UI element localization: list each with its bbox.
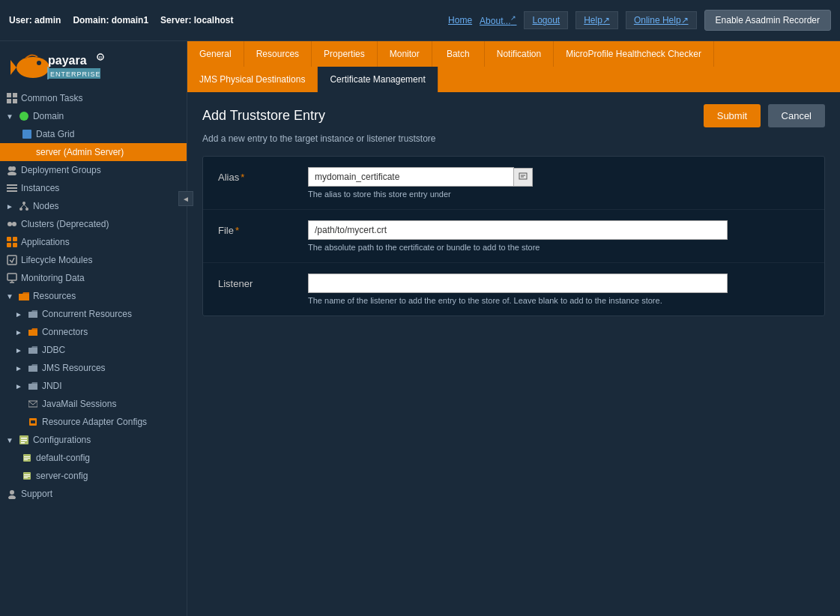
svg-rect-21 xyxy=(7,190,17,192)
server-info-item: Server: localhost xyxy=(160,15,233,25)
svg-rect-47 xyxy=(24,459,28,460)
sidebar-item-connectors[interactable]: ► Connectors xyxy=(0,323,187,341)
adapter-icon xyxy=(27,416,39,428)
sidebar-item-configurations[interactable]: ▼ Configurations xyxy=(0,431,187,449)
form-row-file: File* The absolute path to the certifica… xyxy=(203,210,824,263)
page-content: Add Truststore Entry Submit Cancel Add a… xyxy=(187,92,840,616)
content-area: General Resources Properties Monitor Bat… xyxy=(187,41,840,616)
main-layout: payara R ENTERPRISE Common Tasks ▼ Domai… xyxy=(0,41,840,616)
sidebar-label: Data Grid xyxy=(36,129,74,139)
sidebar-item-javamail[interactable]: JavaMail Sessions xyxy=(0,395,187,413)
tab-general[interactable]: General xyxy=(187,41,244,67)
sidebar-item-common-tasks[interactable]: Common Tasks xyxy=(0,89,187,107)
svg-rect-15 xyxy=(22,148,31,157)
tab-properties[interactable]: Properties xyxy=(312,41,378,67)
sidebar-label: Connectors xyxy=(42,327,88,337)
file-input[interactable] xyxy=(308,220,728,240)
cluster-icon xyxy=(6,218,18,230)
svg-point-24 xyxy=(25,208,28,211)
alias-input[interactable] xyxy=(308,167,514,187)
sidebar-item-jndi[interactable]: ► JNDI xyxy=(0,377,187,395)
arrow-icon: ▼ xyxy=(6,436,13,444)
svg-rect-33 xyxy=(7,256,16,265)
config-icon xyxy=(18,434,30,446)
svg-point-53 xyxy=(8,495,16,499)
square-orange-icon xyxy=(21,146,33,158)
sidebar-item-jdbc[interactable]: ► JDBC xyxy=(0,341,187,359)
sidebar-item-concurrent[interactable]: ► Concurrent Resources xyxy=(0,305,187,323)
cancel-button[interactable]: Cancel xyxy=(768,104,825,127)
action-buttons: Submit Cancel xyxy=(704,104,825,127)
tab-jms-physical[interactable]: JMS Physical Destinations xyxy=(187,67,318,92)
about-link[interactable]: About...↗ xyxy=(480,14,516,26)
alias-file-button[interactable] xyxy=(514,168,533,187)
sidebar-label: Domain xyxy=(33,111,64,121)
circle-green-icon xyxy=(18,110,30,122)
sidebar-item-resource-adapter[interactable]: Resource Adapter Configs xyxy=(0,413,187,431)
file-label: File* xyxy=(218,220,308,236)
sidebar-item-support[interactable]: Support xyxy=(0,485,187,503)
lifecycle-icon xyxy=(6,254,18,266)
sidebar-label: Lifecycle Modules xyxy=(21,255,92,265)
tab-notification[interactable]: Notification xyxy=(485,41,554,67)
sidebar-item-applications[interactable]: Applications xyxy=(0,233,187,251)
sidebar-label: Monitoring Data xyxy=(21,273,85,283)
sidebar-label: JMS Resources xyxy=(42,363,106,373)
svg-point-52 xyxy=(10,490,14,495)
sidebar-label: Applications xyxy=(21,237,70,247)
home-link[interactable]: Home xyxy=(448,15,472,25)
tab-microprofile[interactable]: MicroProfile Healthcheck Checker xyxy=(554,41,714,67)
sidebar-item-lifecycle[interactable]: Lifecycle Modules xyxy=(0,251,187,269)
submit-button[interactable]: Submit xyxy=(704,104,761,127)
svg-point-0 xyxy=(16,57,49,78)
sidebar-label: Instances xyxy=(21,183,59,193)
listener-label: Listener xyxy=(218,274,308,289)
file-field: The absolute path to the certificate or … xyxy=(308,220,809,252)
page-header: Add Truststore Entry Submit Cancel xyxy=(202,104,825,127)
svg-rect-51 xyxy=(24,477,28,478)
square-blue-icon xyxy=(21,128,33,140)
form-row-alias: Alias* The alias to store this store ent… xyxy=(203,157,824,210)
svg-rect-10 xyxy=(13,93,17,97)
sidebar: payara R ENTERPRISE Common Tasks ▼ Domai… xyxy=(0,41,187,616)
sidebar-item-clusters[interactable]: Clusters (Deprecated) xyxy=(0,215,187,233)
asadmin-recorder-button[interactable]: Enable Asadmin Recorder xyxy=(704,10,831,31)
svg-point-28 xyxy=(12,222,16,226)
svg-text:ENTERPRISE: ENTERPRISE xyxy=(50,70,101,78)
svg-rect-46 xyxy=(24,458,30,459)
sidebar-item-data-grid[interactable]: Data Grid xyxy=(0,125,187,143)
folder-jms-icon xyxy=(27,362,39,374)
sidebar-label: default-config xyxy=(36,453,90,463)
sidebar-item-monitoring[interactable]: Monitoring Data xyxy=(0,269,187,287)
sidebar-item-server-config[interactable]: server-config xyxy=(0,467,187,485)
help-button[interactable]: Help↗ xyxy=(575,11,618,29)
sidebar-item-jms[interactable]: ► JMS Resources xyxy=(0,359,187,377)
sidebar-item-instances[interactable]: Instances xyxy=(0,179,187,197)
sidebar-item-server-admin[interactable]: server (Admin Server) xyxy=(0,143,187,161)
svg-point-17 xyxy=(11,166,16,171)
tab-resources[interactable]: Resources xyxy=(244,41,312,67)
listener-hint: The name of the listener to add the entr… xyxy=(308,296,809,305)
sidebar-item-domain[interactable]: ▼ Domain xyxy=(0,107,187,125)
listener-input[interactable] xyxy=(308,274,728,293)
tab-cert-mgmt[interactable]: Certificate Management xyxy=(318,67,438,92)
sidebar-item-nodes[interactable]: ► Nodes xyxy=(0,197,187,215)
tab-batch[interactable]: Batch xyxy=(432,41,485,67)
svg-rect-11 xyxy=(7,99,11,103)
svg-rect-43 xyxy=(21,442,25,444)
sidebar-label: Common Tasks xyxy=(21,93,82,103)
people-icon xyxy=(6,164,18,176)
svg-text:R: R xyxy=(99,55,103,60)
sidebar-item-default-config[interactable]: default-config xyxy=(0,449,187,467)
online-help-button[interactable]: Online Help↗ xyxy=(626,11,697,29)
sidebar-item-deployment-groups[interactable]: Deployment Groups xyxy=(0,161,187,179)
tab-monitor[interactable]: Monitor xyxy=(378,41,432,67)
sidebar-label: server-config xyxy=(36,471,88,481)
sidebar-collapse-button[interactable]: ◄ xyxy=(178,191,193,206)
logout-button[interactable]: Logout xyxy=(524,11,568,29)
sidebar-label: JDBC xyxy=(42,345,65,355)
sidebar-item-resources[interactable]: ▼ Resources xyxy=(0,287,187,305)
sidebar-label: Concurrent Resources xyxy=(42,309,132,319)
domain-value: domain1 xyxy=(112,15,148,25)
sidebar-label: Support xyxy=(21,489,52,499)
